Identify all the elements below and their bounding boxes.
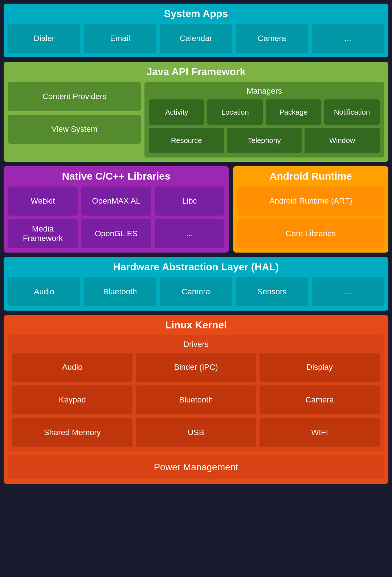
drivers-grid: Audio Binder (IPC) Display Keypad Blueto… bbox=[12, 353, 380, 447]
native-cpp-layer: Native C/C++ Libraries Webkit OpenMAX AL… bbox=[4, 166, 229, 253]
managers-row2: Resource Telephony Window bbox=[149, 128, 380, 153]
native-openmax: OpenMAX AL bbox=[81, 187, 151, 216]
native-grid: Webkit OpenMAX AL Libc Media Framework O… bbox=[8, 187, 224, 248]
driver-audio: Audio bbox=[12, 353, 132, 382]
manager-package: Package bbox=[266, 99, 321, 125]
driver-keypad: Keypad bbox=[12, 385, 132, 414]
driver-display: Display bbox=[260, 353, 380, 382]
art-cell: Android Runtime (ART) bbox=[237, 187, 384, 216]
native-more: ... bbox=[155, 219, 224, 248]
java-api-left: Content Providers View System bbox=[8, 82, 141, 157]
manager-activity: Activity bbox=[149, 99, 204, 125]
native-opengl: OpenGL ES bbox=[81, 219, 151, 248]
managers-box: Managers Activity Location Package Notif… bbox=[144, 82, 384, 157]
android-runtime-layer: Android Runtime Android Runtime (ART) Co… bbox=[233, 166, 388, 253]
system-apps-grid: Dialer Email Calendar Camera ... bbox=[8, 24, 384, 53]
android-runtime-grid: Android Runtime (ART) Core Libraries bbox=[237, 187, 384, 248]
linux-kernel-title: Linux Kernel bbox=[8, 319, 384, 331]
android-runtime-title: Android Runtime bbox=[237, 171, 384, 182]
content-providers-cell: Content Providers bbox=[8, 82, 141, 111]
manager-resource: Resource bbox=[149, 128, 224, 153]
native-media: Media Framework bbox=[8, 219, 78, 248]
managers-row1: Activity Location Package Notification bbox=[149, 99, 380, 125]
java-api-title: Java API Framework bbox=[8, 66, 384, 78]
managers-title: Managers bbox=[149, 86, 380, 96]
java-api-inner: Content Providers View System Managers A… bbox=[8, 82, 384, 157]
system-apps-title: System Apps bbox=[8, 8, 384, 20]
hal-sensors: Sensors bbox=[236, 277, 308, 306]
system-apps-layer: System Apps Dialer Email Calendar Camera… bbox=[4, 4, 388, 57]
core-libraries-cell: Core Libraries bbox=[237, 219, 384, 248]
native-webkit: Webkit bbox=[8, 187, 78, 216]
view-system-cell: View System bbox=[8, 115, 141, 144]
manager-notification: Notification bbox=[324, 99, 380, 125]
system-app-calendar: Calendar bbox=[160, 24, 232, 53]
drivers-title: Drivers bbox=[12, 340, 380, 349]
hal-grid: Audio Bluetooth Camera Sensors ... bbox=[8, 277, 384, 306]
driver-camera: Camera bbox=[260, 385, 380, 414]
hal-layer: Hardware Abstraction Layer (HAL) Audio B… bbox=[4, 257, 388, 311]
manager-location: Location bbox=[207, 99, 263, 125]
driver-bluetooth: Bluetooth bbox=[136, 385, 256, 414]
driver-binder: Binder (IPC) bbox=[136, 353, 256, 382]
hal-audio: Audio bbox=[8, 277, 80, 306]
system-app-email: Email bbox=[84, 24, 156, 53]
hal-more: ... bbox=[312, 277, 384, 306]
drivers-box: Drivers Audio Binder (IPC) Display Keypa… bbox=[8, 335, 384, 451]
manager-telephony: Telephony bbox=[227, 128, 302, 153]
native-runtime-row: Native C/C++ Libraries Webkit OpenMAX AL… bbox=[4, 166, 388, 253]
native-cpp-title: Native C/C++ Libraries bbox=[8, 171, 224, 182]
hal-bluetooth: Bluetooth bbox=[84, 277, 156, 306]
hal-title: Hardware Abstraction Layer (HAL) bbox=[8, 261, 384, 273]
system-app-camera: Camera bbox=[236, 24, 308, 53]
system-app-dialer: Dialer bbox=[8, 24, 80, 53]
hal-camera: Camera bbox=[160, 277, 232, 306]
system-app-more: ... bbox=[312, 24, 384, 53]
driver-wifi: WIFI bbox=[260, 418, 380, 447]
driver-usb: USB bbox=[136, 418, 256, 447]
manager-window: Window bbox=[305, 128, 380, 153]
java-api-layer: Java API Framework Content Providers Vie… bbox=[4, 62, 388, 162]
driver-shared-memory: Shared Memory bbox=[12, 418, 132, 447]
linux-kernel-layer: Linux Kernel Drivers Audio Binder (IPC) … bbox=[4, 315, 388, 484]
native-libc: Libc bbox=[155, 187, 224, 216]
power-management: Power Management bbox=[8, 455, 384, 479]
